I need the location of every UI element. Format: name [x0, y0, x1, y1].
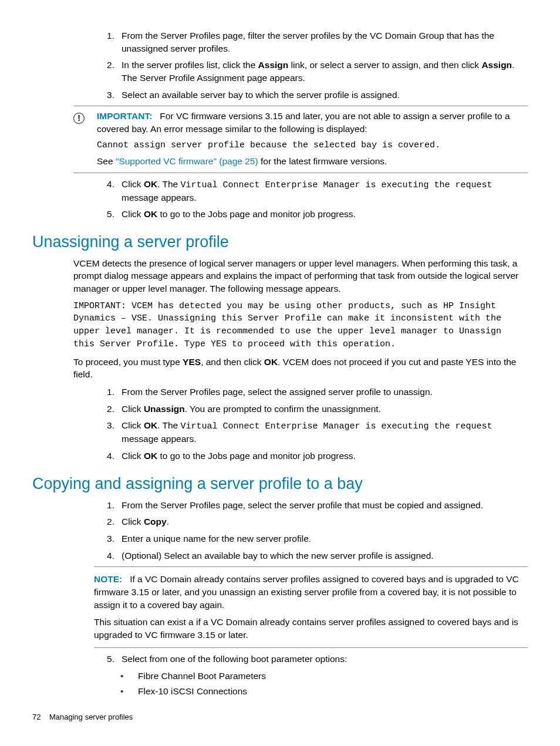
- step-list-1: 1. From the Server Profiles page, filter…: [32, 29, 528, 101]
- page-footer: 72 Managing server profiles: [32, 712, 133, 723]
- list-number: 2.: [94, 403, 122, 416]
- code-block: IMPORTANT: VCEM has detected you may be …: [73, 300, 528, 351]
- list-number: 1.: [94, 499, 122, 512]
- list-text: Click OK. The Virtual Connect Enterprise…: [122, 419, 528, 445]
- step-list-1b: 4. Click OK. The Virtual Connect Enterpr…: [32, 178, 528, 221]
- list-item: 1. From the Server Profiles page, filter…: [94, 29, 528, 55]
- list-number: 3.: [94, 89, 122, 102]
- list-text: Select an available server bay to which …: [122, 89, 528, 102]
- list-item: 4. (Optional) Select an available bay to…: [94, 549, 528, 562]
- note-text: This situation can exist a if a VC Domai…: [94, 616, 528, 641]
- bullet-text: Flex-10 iSCSI Connections: [138, 685, 528, 698]
- heading-unassign: Unassigning a server profile: [32, 231, 528, 254]
- list-text: Click OK to go to the Jobs page and moni…: [122, 450, 528, 463]
- list-text: In the server profiles list, click the A…: [122, 59, 528, 84]
- list-item: 1. From the Server Profiles page, select…: [94, 499, 528, 512]
- list-number: 1.: [94, 29, 122, 55]
- list-number: 4.: [94, 450, 122, 463]
- note-callout: NOTE: If a VC Domain already contains se…: [94, 566, 528, 647]
- list-number: 4.: [94, 178, 122, 204]
- page-number: 72: [32, 713, 41, 721]
- step-list-2: 1. From the Server Profiles page, select…: [32, 386, 528, 463]
- bullet-list: • Fibre Channel Boot Parameters • Flex-1…: [32, 670, 528, 698]
- list-item: 3. Select an available server bay to whi…: [94, 89, 528, 102]
- list-text: Click OK. The Virtual Connect Enterprise…: [122, 178, 528, 204]
- list-item: 1. From the Server Profiles page, select…: [94, 386, 528, 399]
- step-list-3b: 5. Select from one of the following boot…: [32, 653, 528, 666]
- list-text: Select from one of the following boot pa…: [122, 653, 528, 666]
- list-item: 2. In the server profiles list, click th…: [94, 59, 528, 84]
- list-number: 1.: [94, 386, 122, 399]
- bullet-text: Fibre Channel Boot Parameters: [138, 670, 528, 683]
- callout-body: IMPORTANT: For VC firmware versions 3.15…: [94, 110, 528, 167]
- paragraph: To proceed, you must type YES, and then …: [73, 356, 528, 381]
- list-item: 4. Click OK. The Virtual Connect Enterpr…: [94, 178, 528, 204]
- heading-copy: Copying and assigning a server profile t…: [32, 473, 528, 495]
- list-text: (Optional) Select an available bay to wh…: [122, 549, 528, 562]
- callout-label: IMPORTANT:: [97, 111, 152, 121]
- list-text: From the Server Profiles page, filter th…: [122, 29, 528, 55]
- list-item: 3. Enter a unique name for the new serve…: [94, 532, 528, 545]
- list-item: 3. Click OK. The Virtual Connect Enterpr…: [94, 419, 528, 445]
- important-callout: ! IMPORTANT: For VC firmware versions 3.…: [73, 106, 528, 173]
- list-number: 4.: [94, 549, 122, 562]
- list-number: 5.: [94, 653, 122, 666]
- list-item: 5. Select from one of the following boot…: [94, 653, 528, 666]
- list-item: 5. Click OK to go to the Jobs page and m…: [94, 208, 528, 221]
- step-list-3a: 1. From the Server Profiles page, select…: [32, 499, 528, 562]
- code-message: Cannot assign server profile because the…: [97, 139, 528, 151]
- list-number: 3.: [94, 532, 122, 545]
- list-item: 2. Click Unassign. You are prompted to c…: [94, 403, 528, 416]
- list-number: 2.: [94, 515, 122, 528]
- list-text: From the Server Profiles page, select th…: [122, 386, 528, 399]
- list-item: 4. Click OK to go to the Jobs page and m…: [94, 450, 528, 463]
- footer-title: Managing server profiles: [49, 713, 133, 721]
- note-label: NOTE:: [94, 574, 122, 584]
- list-text: Click Unassign. You are prompted to conf…: [122, 403, 528, 416]
- bullet-item: • Flex-10 iSCSI Connections: [120, 685, 528, 698]
- list-number: 5.: [94, 208, 122, 221]
- bullet-icon: •: [120, 685, 138, 698]
- list-number: 2.: [94, 59, 122, 84]
- bullet-item: • Fibre Channel Boot Parameters: [120, 670, 528, 683]
- important-icon: !: [73, 110, 94, 167]
- list-text: Click Copy.: [122, 515, 528, 528]
- paragraph: VCEM detects the presence of logical ser…: [73, 257, 528, 295]
- firmware-link[interactable]: "Supported VC firmware" (page 25): [116, 156, 258, 166]
- list-number: 3.: [94, 419, 122, 445]
- list-item: 2. Click Copy.: [94, 515, 528, 528]
- list-text: Enter a unique name for the new server p…: [122, 532, 528, 545]
- list-text: Click OK to go to the Jobs page and moni…: [122, 208, 528, 221]
- bullet-icon: •: [120, 670, 138, 683]
- list-text: From the Server Profiles page, select th…: [122, 499, 528, 512]
